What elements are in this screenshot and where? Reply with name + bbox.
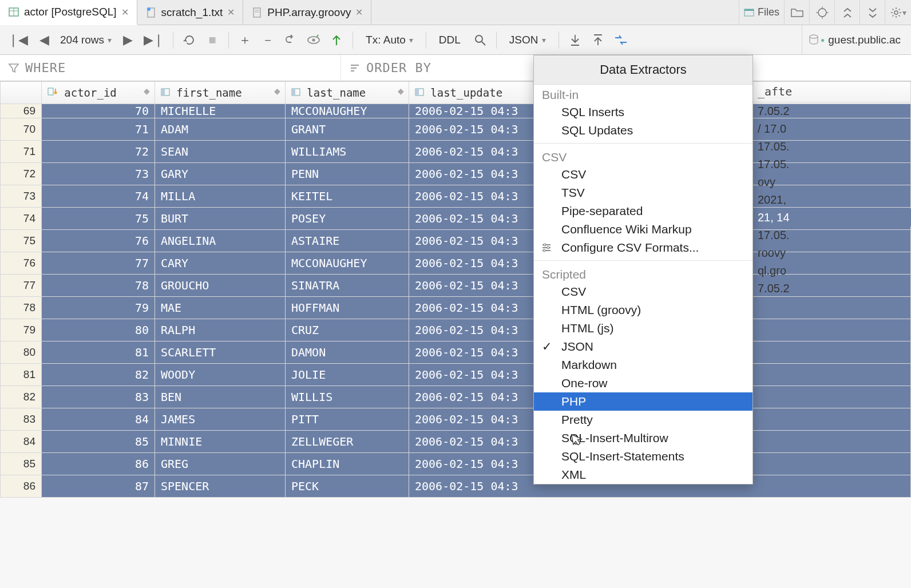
cell-rownum[interactable]: 71	[1, 141, 42, 163]
cell-actor-id[interactable]: 72	[42, 141, 155, 163]
cell-rownum[interactable]: 86	[1, 475, 42, 498]
open-folder-icon[interactable]	[784, 0, 809, 25]
stop-icon[interactable]: ■	[202, 30, 223, 50]
cell-last-name[interactable]: POSEY	[286, 208, 409, 230]
col-first-name[interactable]: first_name ◆	[155, 82, 286, 104]
cell-first-name[interactable]: BEN	[155, 386, 286, 408]
ddl-button[interactable]: DDL	[432, 30, 468, 50]
cell-last-name[interactable]: WILLIAMS	[286, 141, 409, 163]
menu-item[interactable]: TSV	[534, 184, 752, 202]
list-item[interactable]: roovy	[753, 244, 911, 262]
cell-rownum[interactable]: 69	[1, 104, 42, 118]
cell-rownum[interactable]: 76	[1, 252, 42, 275]
list-item[interactable]: 17.05.	[753, 156, 911, 173]
table-row[interactable]: 8485MINNIEZELLWEGER2006-02-15 04:3	[1, 431, 911, 453]
datasource-breadcrumb[interactable]: ● guest.public.ac	[802, 25, 906, 55]
cell-last-name[interactable]: CHAPLIN	[286, 453, 409, 475]
cell-rownum[interactable]: 77	[1, 275, 42, 297]
menu-item[interactable]: HTML (groovy)	[534, 301, 752, 319]
menu-item[interactable]: XML	[534, 466, 752, 484]
cell-last-name[interactable]: KEITEL	[286, 185, 409, 208]
revert-icon[interactable]	[280, 30, 301, 50]
cell-actor-id[interactable]: 78	[42, 275, 155, 297]
cell-rownum[interactable]: 82	[1, 386, 42, 408]
cell-first-name[interactable]: MINNIE	[155, 431, 286, 453]
cell-rownum[interactable]: 75	[1, 230, 42, 252]
menu-item[interactable]: CSV	[534, 165, 752, 184]
cell-last-name[interactable]: PENN	[286, 163, 409, 185]
cell-first-name[interactable]: GARY	[155, 163, 286, 185]
cell-actor-id[interactable]: 70	[42, 104, 155, 118]
cell-last-name[interactable]: GRANT	[286, 118, 409, 141]
table-row[interactable]: 8586GREGCHAPLIN2006-02-15 04:3	[1, 453, 911, 475]
menu-item[interactable]: ✓JSON	[534, 337, 752, 356]
menu-item[interactable]: One-row	[534, 374, 752, 392]
cell-actor-id[interactable]: 71	[42, 118, 155, 141]
add-row-icon[interactable]: ＋	[235, 30, 255, 50]
cell-first-name[interactable]: JAMES	[155, 408, 286, 431]
cell-last-name[interactable]: ASTAIRE	[286, 230, 409, 252]
cell-actor-id[interactable]: 87	[42, 475, 155, 498]
remove-row-icon[interactable]: －	[258, 30, 278, 50]
next-page-icon[interactable]: ▶	[117, 30, 138, 50]
prev-page-icon[interactable]: ◀	[34, 30, 54, 50]
close-icon[interactable]: ✕	[355, 7, 363, 18]
cell-actor-id[interactable]: 81	[42, 341, 155, 364]
table-row[interactable]: 8081SCARLETTDAMON2006-02-15 04:3	[1, 341, 911, 364]
list-item[interactable]: 17.05.	[753, 138, 911, 156]
close-icon[interactable]: ✕	[227, 7, 235, 18]
table-row[interactable]: 7980RALPHCRUZ2006-02-15 04:3	[1, 319, 911, 341]
upload-icon[interactable]	[588, 30, 608, 50]
cell-first-name[interactable]: BURT	[155, 208, 286, 230]
list-item[interactable]: ql.gro	[753, 262, 911, 280]
cell-last-name[interactable]: JOLIE	[286, 364, 409, 386]
search-icon[interactable]	[470, 30, 490, 50]
cell-actor-id[interactable]: 76	[42, 230, 155, 252]
cell-actor-id[interactable]: 80	[42, 319, 155, 341]
cell-actor-id[interactable]: 86	[42, 453, 155, 475]
list-item[interactable]: ovy	[753, 173, 911, 191]
list-item[interactable]: 21, 14	[753, 209, 911, 227]
cell-last-name[interactable]: WILLIS	[286, 386, 409, 408]
cell-first-name[interactable]: GREG	[155, 453, 286, 475]
menu-item[interactable]: Configure CSV Formats...	[534, 239, 752, 257]
settings-icon[interactable]: ▾	[885, 0, 911, 25]
cell-rownum[interactable]: 72	[1, 163, 42, 185]
sort-indicator-icon[interactable]: ◆	[398, 86, 404, 96]
menu-item[interactable]: Pipe-separated	[534, 202, 752, 220]
cell-first-name[interactable]: SPENCER	[155, 475, 286, 498]
first-page-icon[interactable]: ❘◀	[5, 30, 31, 50]
cell-rownum[interactable]: 70	[1, 118, 42, 141]
cell-first-name[interactable]: CARY	[155, 252, 286, 275]
files-button[interactable]: Files	[739, 0, 784, 25]
col-last-name[interactable]: last_name ◆	[286, 82, 409, 104]
tab-actor[interactable]: actor [PostgreSQL] ✕	[0, 0, 137, 25]
col-actor-id[interactable]: actor_id ◆	[42, 82, 155, 104]
table-row[interactable]: 7879MAEHOFFMAN2006-02-15 04:3	[1, 297, 911, 319]
cell-first-name[interactable]: SCARLETT	[155, 341, 286, 364]
menu-item[interactable]: SQL Updates	[534, 121, 752, 140]
cell-actor-id[interactable]: 85	[42, 431, 155, 453]
cell-rownum[interactable]: 81	[1, 364, 42, 386]
menu-item[interactable]: Pretty	[534, 411, 752, 429]
tx-mode-button[interactable]: Tx: Auto ▾	[359, 30, 420, 50]
table-row[interactable]: 8283BENWILLIS2006-02-15 04:3	[1, 386, 911, 408]
cell-rownum[interactable]: 83	[1, 408, 42, 431]
cell-last-name[interactable]: MCCONAUGHEY	[286, 252, 409, 275]
cell-last-name[interactable]: PECK	[286, 475, 409, 498]
cell-actor-id[interactable]: 77	[42, 252, 155, 275]
last-page-icon[interactable]: ▶❘	[140, 30, 167, 50]
menu-item[interactable]: SQL-Insert-Statements	[534, 447, 752, 466]
cell-last-name[interactable]: CRUZ	[286, 319, 409, 341]
table-row[interactable]: 8182WOODYJOLIE2006-02-15 04:3	[1, 364, 911, 386]
cell-first-name[interactable]: ANGELINA	[155, 230, 286, 252]
cell-last-name[interactable]: PITT	[286, 408, 409, 431]
cell-rownum[interactable]: 78	[1, 297, 42, 319]
menu-item[interactable]: CSV	[534, 283, 752, 301]
cell-rownum[interactable]: 84	[1, 431, 42, 453]
menu-item[interactable]: SQL Inserts	[534, 103, 752, 121]
submit-icon[interactable]	[326, 30, 347, 50]
cell-last-name[interactable]: SINATRA	[286, 275, 409, 297]
target-icon[interactable]	[809, 0, 834, 25]
collapse-all-icon[interactable]	[859, 0, 885, 25]
